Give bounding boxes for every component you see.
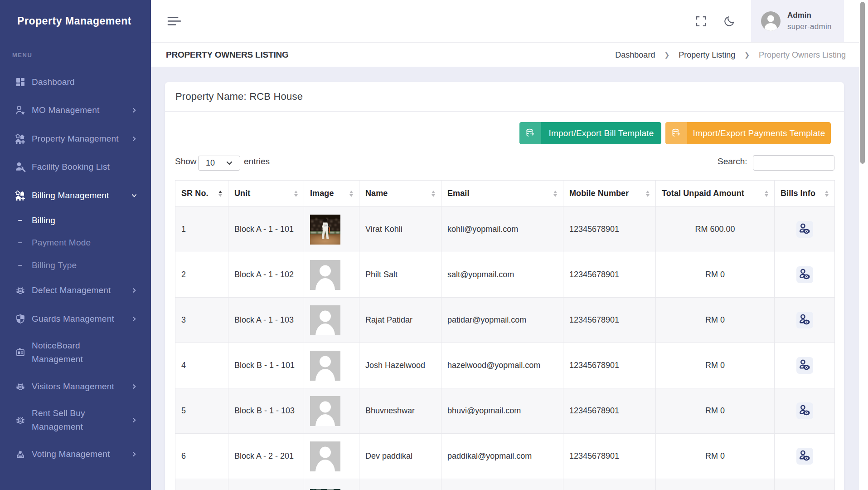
svg-text:18: 18 bbox=[324, 224, 327, 227]
